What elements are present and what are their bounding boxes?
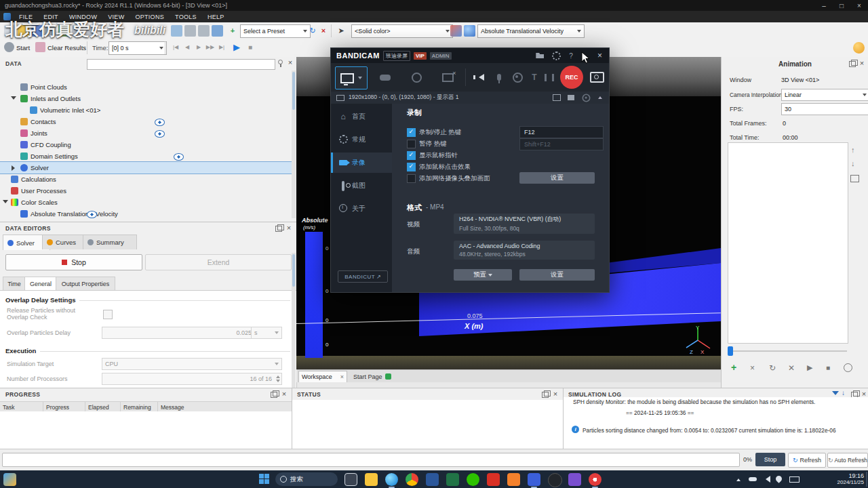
export-log-icon[interactable]: ↓ bbox=[842, 389, 845, 396]
format-preset-button[interactable]: 预置 bbox=[454, 269, 512, 281]
help-question-icon[interactable]: ? bbox=[569, 52, 573, 60]
media-library-icon[interactable] bbox=[568, 95, 574, 100]
grid-icon[interactable] bbox=[198, 25, 210, 37]
nav-about[interactable]: 关于 bbox=[331, 199, 392, 219]
start-button[interactable] bbox=[259, 474, 269, 484]
obs-icon[interactable] bbox=[548, 473, 562, 487]
chrome-browser-icon[interactable] bbox=[406, 473, 418, 486]
simulation-log-body[interactable]: SPH density Monitor: the module is being… bbox=[564, 397, 868, 449]
close-panel-icon[interactable] bbox=[861, 390, 867, 397]
tree-item-user-processes[interactable]: User Processes bbox=[0, 185, 292, 197]
select-display-icon[interactable] bbox=[553, 94, 561, 101]
text-overlay-toggle-button[interactable] bbox=[528, 66, 541, 88]
collapse-panel-icon[interactable] bbox=[598, 96, 602, 99]
show-cursor-checkbox[interactable] bbox=[407, 151, 416, 160]
extend-simulation-button[interactable]: Extend bbox=[145, 254, 292, 270]
menu-help[interactable]: Help bbox=[202, 14, 230, 20]
tree-item-abs-velocity[interactable]: Absolute Translational Velocity bbox=[0, 208, 292, 220]
preset-select[interactable]: Select a Preset bbox=[240, 24, 311, 38]
subtab-output-properties[interactable]: Output Properties bbox=[56, 277, 115, 291]
coloring-select[interactable]: Absolute Translational Velocity bbox=[477, 24, 585, 38]
visibility-eye-icon[interactable] bbox=[155, 130, 165, 138]
capture-area-row[interactable]: 1920x1080 - (0, 0), (1920, 1080) - 显示器 1 bbox=[331, 92, 609, 104]
dialog-close-icon[interactable]: × bbox=[597, 51, 602, 60]
animation-slider-handle[interactable] bbox=[728, 346, 733, 356]
maximize-button[interactable]: □ bbox=[833, 2, 850, 9]
clear-keyframes-icon[interactable]: ✕ bbox=[788, 363, 795, 373]
speaker-icon[interactable] bbox=[762, 476, 770, 483]
bandicam-taskbar-icon[interactable] bbox=[589, 473, 601, 486]
visibility-eye-icon[interactable] bbox=[174, 153, 184, 161]
expander-icon[interactable] bbox=[12, 165, 15, 171]
col-message[interactable]: Message bbox=[158, 402, 292, 412]
tree-item-volumetric-inlet[interactable]: Volumetric Inlet <01> bbox=[0, 104, 292, 116]
screen-recording-mode-button[interactable] bbox=[335, 66, 368, 89]
orange-app-icon[interactable] bbox=[507, 473, 520, 486]
fps-input[interactable]: 30 bbox=[781, 103, 868, 115]
animation-slider-track[interactable] bbox=[728, 350, 847, 352]
col-remaining[interactable]: Remaining bbox=[121, 402, 158, 412]
game-recording-mode-button[interactable] bbox=[372, 66, 399, 88]
pin-panel-icon[interactable] bbox=[278, 60, 283, 64]
tree-item-cfd-coupling[interactable]: CFD Coupling bbox=[0, 139, 292, 150]
word-icon[interactable] bbox=[426, 473, 439, 486]
pointer-tool-icon[interactable]: ➤ bbox=[335, 24, 347, 37]
float-panel-icon[interactable] bbox=[849, 61, 856, 67]
step-back-button[interactable]: ◀ bbox=[181, 41, 193, 54]
col-progress[interactable]: Progress bbox=[43, 402, 85, 412]
tree-item-solver-selected[interactable]: Solver bbox=[0, 162, 292, 174]
record-hotkey-checkbox[interactable] bbox=[407, 128, 416, 137]
nav-home[interactable]: 首页 bbox=[331, 106, 392, 127]
col-elapsed[interactable]: Elapsed bbox=[85, 402, 121, 412]
excel-icon[interactable] bbox=[446, 473, 459, 486]
close-button[interactable]: × bbox=[850, 2, 868, 9]
measure-icon[interactable] bbox=[212, 25, 223, 37]
play-animation-button[interactable]: ▶ bbox=[231, 41, 243, 54]
solid-color-select[interactable]: <Solid color> bbox=[351, 24, 453, 38]
bandicut-link[interactable]: BANDICUT ↗ bbox=[338, 270, 388, 283]
play-keyframes-icon[interactable]: ▶ bbox=[807, 363, 812, 372]
edge-browser-icon[interactable] bbox=[385, 473, 398, 486]
tree-item-joints[interactable]: Joints bbox=[0, 127, 292, 139]
float-panel-icon[interactable] bbox=[542, 392, 549, 398]
close-panel-icon[interactable] bbox=[285, 224, 292, 231]
float-panel-icon[interactable] bbox=[271, 392, 277, 398]
file-explorer-icon[interactable] bbox=[365, 473, 378, 486]
show-desktop-button[interactable] bbox=[866, 472, 867, 487]
tree-item-contacts[interactable]: Contacts bbox=[0, 116, 292, 127]
audio-format-box[interactable]: AAC - Advanced Audio Coding 48.0KHz, ste… bbox=[454, 241, 595, 260]
subtab-general[interactable]: General bbox=[24, 277, 57, 291]
processors-stepper[interactable]: 16 of 16 bbox=[102, 373, 282, 385]
nav-screenshot[interactable]: 截图 bbox=[331, 176, 392, 196]
export-animation-icon[interactable] bbox=[844, 363, 852, 372]
subtab-time[interactable]: Time bbox=[3, 277, 26, 291]
nav-recording[interactable]: 录像 bbox=[331, 152, 394, 173]
minimize-button[interactable]: – bbox=[815, 2, 833, 9]
help-sphere-icon[interactable] bbox=[853, 42, 865, 54]
play-frames-button[interactable]: ▶ bbox=[193, 41, 205, 54]
particle-coloring-icon[interactable] bbox=[464, 25, 475, 37]
film-frame-icon[interactable] bbox=[850, 175, 859, 182]
device-recording-mode-button[interactable] bbox=[403, 66, 430, 88]
expander-icon[interactable] bbox=[3, 200, 8, 203]
taskbar-clock[interactable]: 19:16 2024/11/25 bbox=[825, 472, 864, 485]
record-hotkey-field[interactable]: F12 bbox=[519, 126, 604, 138]
network-icon[interactable] bbox=[774, 474, 783, 483]
tray-expand-chevron-icon[interactable] bbox=[736, 476, 741, 483]
camera-view-icon[interactable] bbox=[171, 25, 182, 37]
statusbar-refresh-button[interactable]: ↻ Refresh bbox=[788, 453, 826, 468]
camera-interpolation-select[interactable]: Linear bbox=[781, 89, 868, 101]
stop-animation-button[interactable]: ■ bbox=[244, 41, 256, 54]
release-particles-checkbox[interactable] bbox=[103, 310, 113, 319]
tree-item-domain-settings[interactable]: Domain Settings bbox=[0, 150, 292, 162]
click-effect-checkbox[interactable] bbox=[407, 163, 416, 171]
editors-scrollbar[interactable] bbox=[292, 253, 296, 388]
onedrive-cloud-icon[interactable] bbox=[749, 477, 757, 481]
open-folder-icon[interactable] bbox=[536, 53, 544, 58]
wechat-icon[interactable] bbox=[467, 473, 479, 486]
widgets-weather-icon[interactable] bbox=[3, 473, 16, 486]
video-format-box[interactable]: H264 - NVIDIA® NVENC (VBR) (自动) Full Siz… bbox=[454, 214, 595, 234]
clear-results-button[interactable]: Clear Results bbox=[47, 44, 86, 52]
float-panel-icon[interactable] bbox=[275, 226, 282, 232]
fit-view-icon[interactable] bbox=[184, 25, 196, 37]
